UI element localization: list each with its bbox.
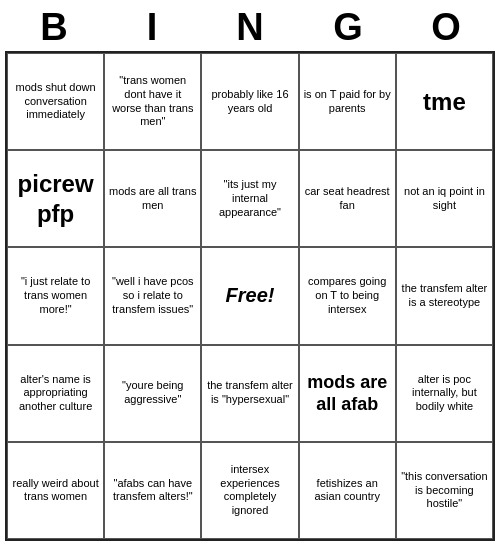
bingo-cell-1: "trans women dont have it worse than tra… [104, 53, 201, 150]
bingo-grid: mods shut down conversation immediately"… [5, 51, 495, 541]
bingo-cell-19: alter is poc internally, but bodily whit… [396, 345, 493, 442]
bingo-cell-4: tme [396, 53, 493, 150]
bingo-cell-7: "its just my internal appearance" [201, 150, 298, 247]
bingo-cell-12: Free! [201, 247, 298, 344]
bingo-cell-23: fetishizes an asian country [299, 442, 396, 539]
bingo-cell-2: probably like 16 years old [201, 53, 298, 150]
bingo-cell-15: alter's name is appropriating another cu… [7, 345, 104, 442]
bingo-header: BINGO [5, 0, 495, 51]
bingo-cell-14: the transfem alter is a stereotype [396, 247, 493, 344]
bingo-cell-6: mods are all trans men [104, 150, 201, 247]
bingo-cell-5: picrew pfp [7, 150, 104, 247]
bingo-letter-b: B [10, 6, 98, 49]
bingo-cell-11: "well i have pcos so i relate to transfe… [104, 247, 201, 344]
bingo-cell-0: mods shut down conversation immediately [7, 53, 104, 150]
bingo-letter-g: G [304, 6, 392, 49]
bingo-cell-20: really weird about trans women [7, 442, 104, 539]
bingo-cell-9: not an iq point in sight [396, 150, 493, 247]
bingo-cell-17: the transfem alter is "hypersexual" [201, 345, 298, 442]
bingo-cell-3: is on T paid for by parents [299, 53, 396, 150]
bingo-cell-13: compares going on T to being intersex [299, 247, 396, 344]
bingo-letter-o: O [402, 6, 490, 49]
bingo-cell-22: intersex experiences completely ignored [201, 442, 298, 539]
bingo-letter-n: N [206, 6, 294, 49]
bingo-cell-18: mods are all afab [299, 345, 396, 442]
bingo-cell-24: "this conversation is becoming hostile" [396, 442, 493, 539]
bingo-cell-16: "youre being aggressive" [104, 345, 201, 442]
bingo-cell-10: "i just relate to trans women more!" [7, 247, 104, 344]
bingo-letter-i: I [108, 6, 196, 49]
bingo-cell-21: "afabs can have transfem alters!" [104, 442, 201, 539]
bingo-cell-8: car seat headrest fan [299, 150, 396, 247]
